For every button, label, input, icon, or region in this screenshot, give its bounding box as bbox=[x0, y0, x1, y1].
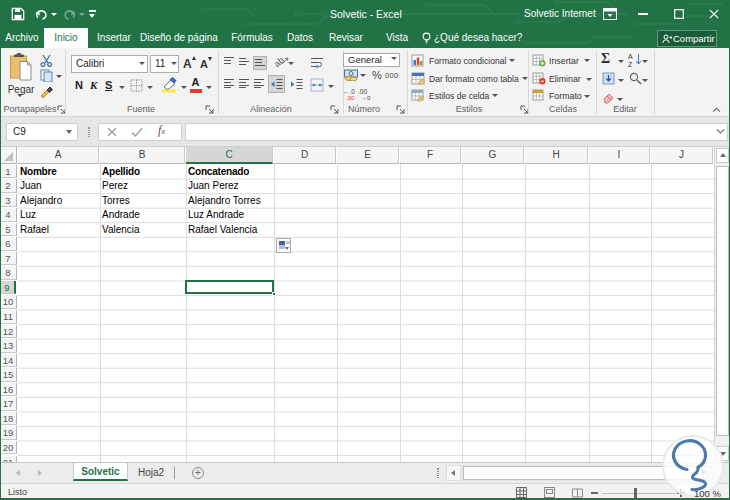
svg-text:→0: →0 bbox=[361, 95, 371, 101]
svg-text:←.0: ←.0 bbox=[343, 88, 355, 95]
svg-text:.00: .00 bbox=[358, 88, 367, 95]
svg-text:Z: Z bbox=[628, 61, 633, 68]
svg-text:.00: .00 bbox=[346, 95, 355, 101]
svg-text:A: A bbox=[628, 53, 633, 60]
